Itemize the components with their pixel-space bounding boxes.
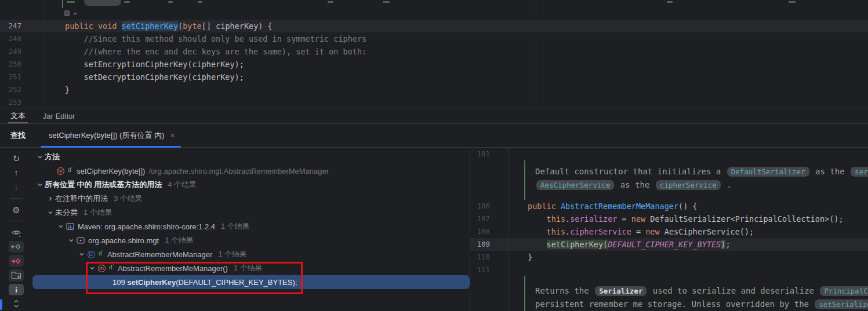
- result-count: 1 个结果: [218, 249, 247, 259]
- tree-item-label: 未分类: [55, 207, 78, 218]
- tree-item-label: 在注释中的用法: [55, 193, 108, 204]
- tree-item-label: 所有位置 中的 用法或基方法的用法: [45, 180, 162, 190]
- editor-tab-jar-editor[interactable]: Jar Editor: [43, 108, 75, 123]
- toolbar-separator: [10, 221, 23, 221]
- javadoc-code-chip: Serializer: [595, 286, 647, 296]
- javadoc-text: Returns the: [535, 286, 594, 295]
- javadoc-text: persistent remember me storage. Unless o…: [535, 299, 813, 309]
- refresh-icon[interactable]: ↻: [9, 152, 24, 164]
- result-count: 1 个结果: [165, 235, 194, 246]
- editor-line[interactable]: 253: [0, 96, 868, 108]
- code-token: =: [617, 214, 631, 224]
- code-token: cipherService: [570, 227, 631, 236]
- javadoc-code-chip: PrincipalCollection: [820, 286, 868, 296]
- line-number: 252: [0, 83, 36, 96]
- code-token: AbstractRememberMeManager: [561, 202, 678, 211]
- tree-item-label: Maven: org.apache.shiro:shiro-core:1.2.4: [78, 222, 215, 231]
- chevron-down-icon[interactable]: [45, 210, 55, 215]
- line-number: 250: [0, 58, 36, 71]
- code-token: ;: [725, 240, 730, 249]
- chevron-down-icon[interactable]: [66, 237, 76, 243]
- doc-render-toggle-icon[interactable]: [64, 10, 78, 17]
- chevron-down-icon[interactable]: [35, 154, 45, 160]
- result-count: 4 个结果: [168, 180, 197, 190]
- code-token: public void: [65, 21, 122, 31]
- find-toolbar: ↻↑↓⚙i: [0, 148, 32, 311]
- code-token: .: [565, 227, 570, 236]
- tree-row[interactable]: org.apache.shiro.mgt1 个结果: [32, 233, 470, 247]
- javadoc-code-chip: AesCipherService: [536, 180, 614, 190]
- chevron-right-icon[interactable]: [45, 196, 55, 202]
- chevron-down-icon[interactable]: [56, 224, 66, 229]
- preview-code-line[interactable]: 106public AbstractRememberMeManager() {: [470, 200, 868, 213]
- editor-pane[interactable]: 247public void setCipherKey(byte[] ciphe…: [0, 0, 868, 108]
- editor-tab-text[interactable]: 文本: [10, 108, 26, 123]
- settings-gear-icon[interactable]: ⚙: [9, 204, 24, 216]
- editor-line[interactable]: 251 setDecryptionCipherKey(cipherKey);: [0, 71, 868, 83]
- tree-row[interactable]: Maven: org.apache.shiro:shiro-core:1.2.4…: [32, 219, 470, 233]
- preview-code-line[interactable]: 109 setCipherKey(DEFAULT_CIPHER_KEY_BYTE…: [470, 238, 868, 251]
- find-header: 查找 setCipherKey(byte[]) (所有位置 内) ×: [0, 124, 868, 148]
- line-number: 101: [470, 148, 496, 160]
- code-token: [528, 227, 547, 236]
- editor-code-lines[interactable]: 247public void setCipherKey(byte[] ciphe…: [0, 20, 868, 108]
- tree-row[interactable]: 所有位置 中的 用法或基方法的用法4 个结果: [32, 178, 470, 192]
- show-details-info-icon[interactable]: i: [9, 284, 24, 296]
- toolwindow-stripe-indicator: [0, 299, 2, 310]
- find-toolwindow-title: 查找: [0, 130, 26, 141]
- editor-line[interactable]: 248 //Since this method should only be u…: [0, 32, 868, 45]
- line-number: 249: [0, 45, 36, 58]
- find-tab-label: setCipherKey(byte[]) (所有位置 内): [49, 130, 164, 141]
- code-token: (: [178, 21, 183, 31]
- find-results-tab[interactable]: setCipherKey(byte[]) (所有位置 内) ×: [41, 124, 181, 147]
- javadoc-code-chip: DefaultSerializer: [727, 167, 809, 177]
- preview-code-line[interactable]: 108 this.cipherService = new AesCipherSe…: [470, 225, 868, 238]
- line-number: 111: [470, 264, 496, 276]
- editor-line[interactable]: 249 //(where the enc and dec keys are th…: [0, 45, 868, 58]
- navigate-from-source-icon[interactable]: [9, 255, 24, 267]
- code-token: serializer: [570, 214, 617, 224]
- tree-row[interactable]: CdʾAbstractRememberMeManager1 个结果: [32, 247, 470, 261]
- javadoc-text: Default constructor that initializes a: [535, 167, 726, 176]
- expand-collapse-icon[interactable]: [9, 298, 24, 310]
- chevron-down-icon[interactable]: [77, 251, 86, 257]
- editor-line[interactable]: 250 setEncryptionCipherKey(cipherKey);: [0, 58, 868, 71]
- javadoc-line: persistent remember me storage. Unless o…: [535, 298, 868, 311]
- usage-preview-pane[interactable]: 101Default constructor that initializes …: [470, 148, 868, 311]
- preview-eye-icon[interactable]: [9, 226, 24, 239]
- down-arrow-icon[interactable]: ↓: [9, 181, 24, 193]
- doc-chip-partial: [84, 0, 121, 6]
- preview-gutter-separator: [508, 148, 509, 311]
- code-token: new: [645, 227, 664, 236]
- editor-line[interactable]: 252}: [0, 83, 868, 96]
- line-number: 107: [470, 213, 496, 225]
- javadoc-line: AesCipherService as the cipherService .: [535, 178, 868, 192]
- code-token: .: [565, 214, 570, 224]
- code-token: DEFAULT_CIPHER_KEY_BYTES: [608, 240, 721, 249]
- code-token: }: [65, 85, 70, 94]
- result-count: 1 个结果: [83, 207, 112, 218]
- preview-code-line[interactable]: 110}: [470, 251, 868, 264]
- tree-row[interactable]: 未分类1 个结果: [32, 206, 470, 219]
- preview-code-line[interactable]: 101: [470, 148, 868, 160]
- editor-line[interactable]: 247public void setCipherKey(byte[] ciphe…: [0, 20, 868, 32]
- tree-row[interactable]: mdʾsetCipherKey(byte[])/org.apache.shiro…: [32, 164, 470, 178]
- line-number: 253: [0, 96, 36, 108]
- preview-code-line[interactable]: 107 this.serializer = new DefaultSeriali…: [470, 213, 868, 225]
- code-token: setEncryptionCipherKey(cipherKey);: [65, 60, 244, 69]
- code-token: //Since this method should only be used …: [65, 34, 366, 43]
- group-by-directory-icon[interactable]: [9, 269, 24, 281]
- up-arrow-icon[interactable]: ↑: [9, 167, 24, 179]
- tree-row[interactable]: 方法: [32, 150, 470, 164]
- preview-code-line[interactable]: 111: [470, 264, 868, 276]
- javadoc-text: as the: [811, 167, 849, 176]
- javadoc-code-chip: cipherService: [656, 180, 721, 190]
- code-token: [528, 214, 547, 224]
- chevron-down-icon[interactable]: [35, 182, 45, 188]
- navigate-with-source-icon[interactable]: [9, 241, 24, 253]
- library-icon: [66, 222, 75, 231]
- tree-row[interactable]: 在注释中的用法3 个结果: [32, 192, 470, 206]
- close-icon[interactable]: ×: [170, 131, 175, 140]
- line-number: 108: [470, 225, 496, 238]
- clipped-doc-line: [0, 0, 868, 8]
